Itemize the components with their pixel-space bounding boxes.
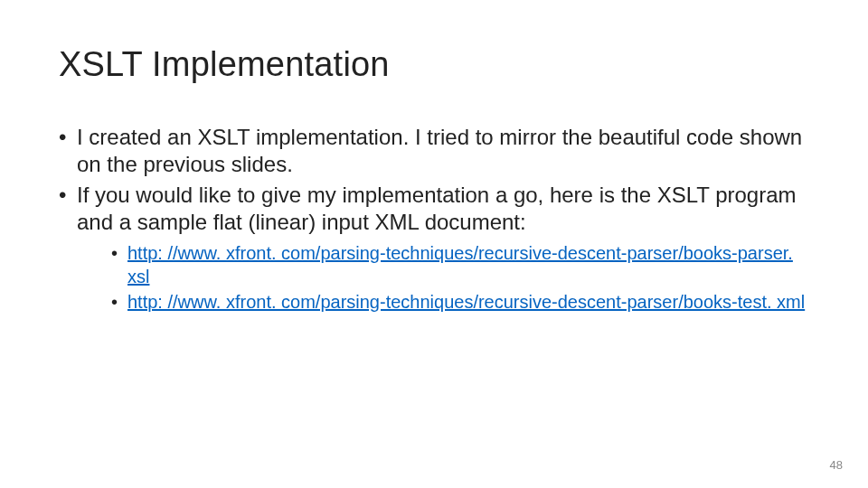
bullet-item: I created an XSLT implementation. I trie… — [59, 124, 809, 178]
bullet-text: If you would like to give my implementat… — [77, 183, 797, 234]
link-item: http: //www. xfront. com/parsing-techniq… — [77, 290, 809, 314]
slide-title: XSLT Implementation — [59, 45, 809, 84]
link-test-xml[interactable]: http: //www. xfront. com/parsing-techniq… — [127, 292, 805, 312]
link-parser-xsl[interactable]: http: //www. xfront. com/parsing-techniq… — [127, 243, 793, 286]
link-item: http: //www. xfront. com/parsing-techniq… — [77, 241, 809, 288]
slide: XSLT Implementation I created an XSLT im… — [0, 0, 868, 488]
page-number: 48 — [830, 458, 843, 472]
link-list: http: //www. xfront. com/parsing-techniq… — [77, 241, 809, 314]
bullet-item: If you would like to give my implementat… — [59, 182, 809, 314]
bullet-text: I created an XSLT implementation. I trie… — [77, 125, 802, 176]
bullet-list: I created an XSLT implementation. I trie… — [59, 124, 809, 314]
